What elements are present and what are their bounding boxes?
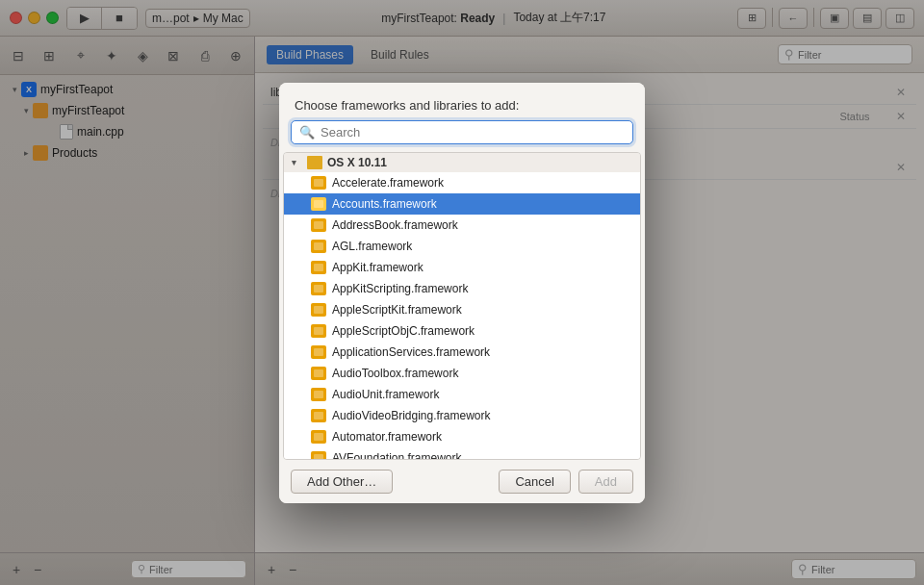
framework-label: Accelerate.framework bbox=[332, 176, 444, 190]
framework-label: AppKitScripting.framework bbox=[332, 282, 468, 295]
framework-label: AddressBook.framework bbox=[332, 218, 458, 232]
dialog-overlay: Choose frameworks and libraries to add: … bbox=[0, 0, 924, 585]
framework-icon bbox=[311, 409, 326, 422]
framework-icon bbox=[311, 261, 326, 274]
list-item[interactable]: AppleScriptKit.framework bbox=[284, 299, 640, 320]
framework-icon bbox=[311, 197, 326, 211]
framework-icon bbox=[311, 388, 326, 401]
list-item[interactable]: ApplicationServices.framework bbox=[284, 342, 640, 363]
framework-icon bbox=[311, 240, 326, 253]
framework-label: AGL.framework bbox=[332, 240, 412, 253]
framework-label: ApplicationServices.framework bbox=[332, 345, 490, 359]
cancel-button[interactable]: Cancel bbox=[499, 470, 570, 494]
dialog-search-icon: 🔍 bbox=[299, 125, 315, 140]
list-item[interactable]: Accelerate.framework bbox=[284, 172, 640, 193]
framework-icon bbox=[311, 430, 326, 444]
list-item[interactable]: AudioVideoBridging.framework bbox=[284, 405, 640, 426]
framework-label: AppKit.framework bbox=[332, 261, 424, 274]
list-item[interactable]: AVFoundation.framework bbox=[284, 447, 640, 460]
os-folder-icon bbox=[307, 156, 322, 169]
list-item[interactable]: AudioUnit.framework bbox=[284, 384, 640, 405]
list-item[interactable]: AppKitScripting.framework bbox=[284, 278, 640, 299]
framework-label: Automator.framework bbox=[332, 430, 442, 444]
framework-icon bbox=[311, 282, 326, 295]
dialog-footer: Add Other… Cancel Add bbox=[279, 460, 645, 503]
framework-icon bbox=[311, 324, 326, 338]
dialog-search-input[interactable] bbox=[321, 125, 625, 140]
add-button[interactable]: Add bbox=[578, 470, 633, 494]
framework-icon bbox=[311, 303, 326, 317]
framework-label: AppleScriptObjC.framework bbox=[332, 324, 475, 338]
dialog-frameworks-list: ▾ OS X 10.11 Accelerate.frameworkAccount… bbox=[283, 152, 641, 460]
list-item[interactable]: AudioToolbox.framework bbox=[284, 363, 640, 384]
framework-icon bbox=[311, 367, 326, 380]
list-item[interactable]: AppleScriptObjC.framework bbox=[284, 320, 640, 342]
os-group-header[interactable]: ▾ OS X 10.11 bbox=[284, 153, 640, 172]
framework-icon bbox=[311, 176, 326, 190]
framework-icon bbox=[311, 451, 326, 460]
add-frameworks-dialog: Choose frameworks and libraries to add: … bbox=[279, 83, 645, 503]
dialog-search-bar: 🔍 bbox=[291, 120, 633, 144]
framework-label: AudioUnit.framework bbox=[332, 388, 439, 401]
framework-icon bbox=[311, 345, 326, 359]
framework-label: AudioVideoBridging.framework bbox=[332, 409, 491, 422]
dialog-title: Choose frameworks and libraries to add: bbox=[279, 83, 645, 120]
list-item[interactable]: Automator.framework bbox=[284, 426, 640, 447]
framework-label: Accounts.framework bbox=[332, 197, 437, 211]
add-other-button[interactable]: Add Other… bbox=[291, 470, 393, 494]
list-item[interactable]: AppKit.framework bbox=[284, 257, 640, 278]
framework-label: AVFoundation.framework bbox=[332, 451, 462, 460]
framework-icon bbox=[311, 218, 326, 232]
group-arrow-icon: ▾ bbox=[292, 158, 303, 167]
framework-label: AppleScriptKit.framework bbox=[332, 303, 462, 317]
framework-label: AudioToolbox.framework bbox=[332, 367, 458, 380]
list-item[interactable]: Accounts.framework bbox=[284, 193, 640, 215]
list-item[interactable]: AGL.framework bbox=[284, 236, 640, 257]
list-item[interactable]: AddressBook.framework bbox=[284, 215, 640, 236]
